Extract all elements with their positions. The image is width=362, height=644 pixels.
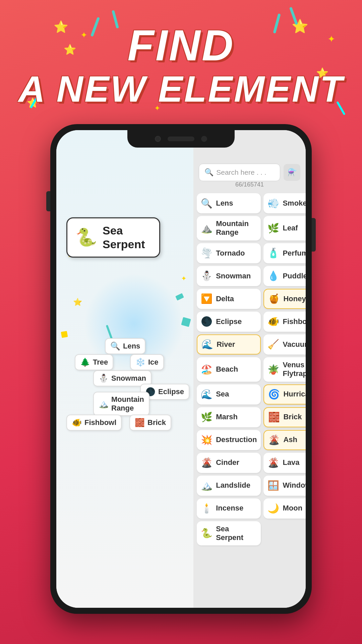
element-item[interactable]: 🌋Ash — [263, 430, 306, 450]
snowman-icon: ⛄ — [99, 374, 109, 383]
element-item[interactable]: 💥Destruction — [197, 430, 261, 450]
element-icon: 🔽 — [201, 293, 213, 304]
mountain-icon: 🏔️ — [99, 399, 109, 409]
element-label: Marsh — [216, 413, 238, 421]
confetti-3 — [181, 317, 191, 327]
craft-node-brick[interactable]: 🧱 Brick — [129, 415, 171, 431]
craft-node-tree[interactable]: 🌲 Tree — [75, 354, 113, 370]
element-label: River — [217, 340, 235, 349]
filter-icon: ⚗️ — [288, 168, 297, 177]
element-item[interactable]: 🌊River — [197, 334, 261, 355]
craft-node-lens[interactable]: 🔍 Lens — [105, 338, 145, 354]
element-label: Venus Flytrap — [283, 361, 306, 378]
element-item[interactable]: 🌑Eclipse — [197, 312, 261, 332]
element-item[interactable]: 🏔️Landslide — [197, 476, 261, 496]
craft-node-mountain-label: MountainRange — [111, 395, 144, 413]
filter-button[interactable]: ⚗️ — [284, 164, 300, 181]
element-item[interactable]: ⛄Snowman — [197, 266, 261, 286]
element-item[interactable]: 🕯️Incense — [197, 498, 261, 519]
element-icon: 🌋 — [268, 434, 280, 445]
element-item[interactable]: 💨Smoke — [263, 193, 306, 213]
elements-panel[interactable]: 🔍Lens💨Smoke⛰️Mountain Range🌿Leaf🌪️Tornad… — [193, 130, 306, 608]
element-label: Window — [283, 481, 306, 490]
canvas-line-1 — [106, 325, 113, 339]
element-icon: 🧴 — [267, 248, 279, 259]
element-icon: 🪟 — [267, 480, 279, 491]
phone-screen: ⭐ ✦ ⭐ 🐍 SeaSerpent 🔍 Lens — [56, 130, 306, 608]
canvas-star-3: ⭐ — [73, 298, 82, 307]
element-icon: 🌀 — [268, 389, 280, 400]
element-icon: 💨 — [267, 198, 279, 209]
confetti-4 — [61, 331, 68, 338]
element-label: Ash — [283, 435, 297, 444]
element-icon: 🌋 — [201, 457, 213, 468]
element-label: Hurricane — [283, 390, 306, 398]
craft-node-snowman-label: Snowman — [111, 374, 146, 383]
element-item[interactable]: 🌪️Tornado — [197, 243, 261, 263]
search-icon: 🔍 — [204, 168, 214, 177]
element-item[interactable]: 🌊Sea — [197, 384, 261, 405]
face-sensor — [168, 137, 194, 141]
element-icon: 🕯️ — [201, 503, 213, 514]
phone-outer: ⭐ ✦ ⭐ 🐍 SeaSerpent 🔍 Lens — [50, 124, 312, 614]
element-item[interactable]: 🔍Lens — [197, 193, 261, 213]
element-label: Incense — [216, 504, 243, 513]
element-icon: 🧱 — [268, 412, 280, 423]
element-label: Beach — [216, 365, 238, 374]
craft-node-eclipse-label: Eclipse — [158, 387, 184, 396]
element-item[interactable]: ⛰️Mountain Range — [197, 216, 261, 240]
element-item[interactable]: 🌿Leaf — [263, 216, 306, 240]
element-item[interactable]: 🍯Honey — [263, 289, 306, 309]
element-item[interactable]: 🔽Delta — [197, 289, 261, 309]
element-item[interactable]: 🐠Fishbowl — [263, 312, 306, 332]
element-icon: 🌿 — [267, 223, 279, 234]
element-item[interactable]: 🌋Cinder — [197, 453, 261, 473]
elements-list: 🔍Lens💨Smoke⛰️Mountain Range🌿Leaf🌪️Tornad… — [193, 191, 306, 552]
element-icon: 🧹 — [267, 339, 279, 350]
craft-node-fishbowl[interactable]: 🐠 Fishbowl — [66, 415, 122, 431]
element-icon: 💥 — [201, 434, 213, 445]
element-icon: 🌋 — [267, 457, 279, 468]
element-item[interactable]: 🏖️Beach — [197, 357, 261, 382]
element-item[interactable]: 🧹Vacuum — [263, 334, 306, 355]
phone-notch — [127, 130, 235, 148]
craft-node-ice[interactable]: ❄️ Ice — [130, 354, 164, 370]
element-item[interactable]: 🌋Lava — [263, 453, 306, 473]
title-line2: A NEW ELEMENT — [0, 70, 362, 107]
sea-serpent-icon: 🐍 — [75, 227, 97, 248]
fishbowl-icon: 🐠 — [72, 418, 82, 427]
element-label: Lens — [216, 199, 233, 208]
element-icon: 🏔️ — [201, 480, 213, 491]
search-input[interactable]: 🔍 Search here . . . — [199, 164, 280, 181]
element-label: Sea Serpent — [216, 525, 257, 542]
element-item[interactable]: 🧴Perfume — [263, 243, 306, 263]
camera-right — [201, 136, 207, 142]
element-label: Leaf — [283, 224, 298, 232]
count-label: 66/165741 — [193, 181, 306, 188]
element-item[interactable]: 🧱Brick — [263, 407, 306, 427]
element-icon: 🌿 — [201, 412, 213, 423]
confetti-2 — [175, 293, 184, 301]
ice-icon: ❄️ — [135, 358, 145, 367]
element-item[interactable]: 🐍Sea Serpent — [197, 521, 261, 546]
element-item[interactable]: 🌙Moon — [263, 498, 306, 519]
craft-node-lens-label: Lens — [123, 342, 140, 351]
element-icon: 💧 — [267, 270, 279, 281]
craft-node-mountain[interactable]: 🏔️ MountainRange — [93, 392, 149, 416]
sea-serpent-popup: 🐍 SeaSerpent — [66, 217, 160, 258]
sea-serpent-name: SeaSerpent — [103, 224, 145, 251]
tree-icon: 🌲 — [80, 358, 90, 367]
element-item[interactable]: 🌿Marsh — [197, 407, 261, 427]
element-item[interactable]: 💧Puddle — [263, 266, 306, 286]
element-item[interactable]: 🪴Venus Flytrap — [263, 357, 306, 382]
element-icon: 🏖️ — [201, 364, 213, 375]
element-item[interactable]: 🪟Window — [263, 476, 306, 496]
title-area: FIND A NEW ELEMENT — [0, 20, 362, 107]
brick-node-icon: 🧱 — [135, 418, 145, 427]
element-icon: ⛰️ — [201, 223, 213, 234]
element-item[interactable]: 🌀Hurricane — [263, 384, 306, 405]
element-icon: ⛄ — [201, 270, 213, 281]
volume-button — [46, 191, 50, 211]
lens-icon: 🔍 — [110, 341, 120, 351]
element-label: Moon — [283, 504, 302, 513]
